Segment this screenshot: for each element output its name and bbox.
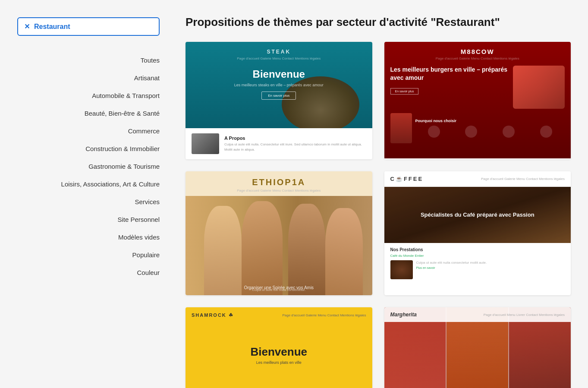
moocow-cta-button[interactable]: En savoir plus [390,88,419,95]
coffee-section-title: Nos Prestations [390,247,565,252]
coffee-headline: Spécialistes du Café préparé avec Passio… [412,211,543,219]
shamrock-nav: Page d'accueil Galerie Menu Contact Ment… [282,313,366,317]
sidebar-item-artisanat[interactable]: Artisanat [17,69,160,87]
moocow-headline: Les meilleurs burgers en ville – préparé… [390,66,508,82]
moocow-nav: Page d'accueil Galerie Menu Contact Ment… [436,57,519,60]
sidebar-item-populaire[interactable]: Populaire [17,246,160,264]
sidebar-item-gastronomie[interactable]: Gastronomie & Tourisme [17,158,160,175]
coffee-logo: C☕FFEE [390,176,424,182]
shamrock-sub: Les meilleurs plats en ville [256,360,302,365]
theme-card-ethiopia[interactable]: ETHIOP1A Page d'accueil Galerie Menu Con… [186,171,372,295]
page-title: Propositions de thèmes par secteur d'act… [186,16,571,29]
theme-card-shamrock[interactable]: SHAMROCK ☘ Page d'accueil Galerie Menu C… [186,307,372,388]
steak-headline: Bienvenue [253,68,305,80]
steak-logo: STEAK [267,49,291,55]
coffee-content: Nos Prestations Café du Monde Entier Cul… [384,243,571,284]
search-input[interactable]: Restaurant [34,23,153,31]
sidebar-item-commerce[interactable]: Commerce [17,122,160,140]
ethiopia-logo: ETHIOP1A [252,177,305,187]
coffee-article-desc: Culpa ut aute elit nulla consectetur mol… [416,260,487,265]
shamrock-logo: SHAMROCK ☘ [192,312,234,318]
moocow-logo: M88COW [461,48,494,55]
steak-about-title: A Propos [224,136,366,141]
sidebar-item-automobile[interactable]: Automobile & Transport [17,87,160,104]
ethiopia-nav: Page d'accueil Galerie Menu Contact Ment… [237,189,321,192]
theme-card-steak[interactable]: STEAK Page d'accueil Galerie Menu Contac… [186,42,372,159]
coffee-section-sub: Café du Monde Entier [390,254,565,258]
sidebar-item-services[interactable]: Services [17,193,160,211]
themes-grid: STEAK Page d'accueil Galerie Menu Contac… [186,42,571,388]
sidebar-item-loisirs[interactable]: Loisirs, Associations, Art & Culture [17,175,160,193]
sidebar-item-couleur[interactable]: Couleur [17,264,160,281]
category-nav: Toutes Artisanat Automobile & Transport … [17,51,160,281]
sidebar-item-construction[interactable]: Construction & Immobilier [17,140,160,158]
steak-about-desc: Culpa ut aute elit nulla. Consectetur el… [224,142,366,151]
steak-about-section: A Propos Culpa ut aute elit nulla. Conse… [186,128,372,159]
close-icon[interactable]: ✕ [24,22,30,31]
sidebar-item-site-personnel[interactable]: Site Personnel [17,211,160,228]
steak-cta-button[interactable]: En savoir plus [261,91,296,100]
shamrock-hero: SHAMROCK ☘ Page d'accueil Galerie Menu C… [186,307,372,388]
main-content: Propositions de thèmes par secteur d'act… [168,0,588,388]
sidebar-item-beaute[interactable]: Beauté, Bien-être & Santé [17,104,160,122]
coffee-nav: Page d'accueil Galerie Menu Contact Ment… [481,177,565,181]
theme-card-moocow[interactable]: M88COW Page d'accueil Galerie Menu Conta… [384,42,571,159]
steak-nav: Page d'accueil Galerie Menu Contact Ment… [237,57,321,60]
theme-card-pizza[interactable]: Margherita Page d'accueil Menu Livrer Co… [384,307,571,388]
steak-subtext: Les meilleurs steaks en ville – préparés… [234,83,324,87]
coffee-article: Culpa ut aute elit nulla consectetur mol… [390,260,565,279]
steak-about-thumb [192,133,219,154]
coffee-article-image [390,260,413,279]
sidebar: ✕ Restaurant Toutes Artisanat Automobile… [0,0,168,388]
coffee-article-link[interactable]: Plus en savoir [416,266,487,269]
ethiopia-subtext: Culpa ut aute elit nulla consectetur. [186,288,372,295]
search-box[interactable]: ✕ Restaurant [17,17,160,36]
shamrock-headline: Bienvenue [251,345,308,359]
pizza-logo: Margherita [390,312,417,318]
ethiopia-hero-image: Organiser une Soirée avec vos Amis Culpa… [186,196,372,295]
sidebar-item-toutes[interactable]: Toutes [17,51,160,69]
theme-card-coffee[interactable]: C☕FFEE Page d'accueil Galerie Menu Conta… [384,171,571,295]
pizza-hero: Margherita Page d'accueil Menu Livrer Co… [384,307,571,388]
pizza-nav: Page d'accueil Menu Livrer Contact Menti… [484,313,565,317]
sidebar-item-modeles-vides[interactable]: Modèles vides [17,228,160,246]
moocow-section-title: Pourquoi nous choisir [415,119,565,123]
coffee-hero: Spécialistes du Café préparé avec Passio… [384,187,571,243]
